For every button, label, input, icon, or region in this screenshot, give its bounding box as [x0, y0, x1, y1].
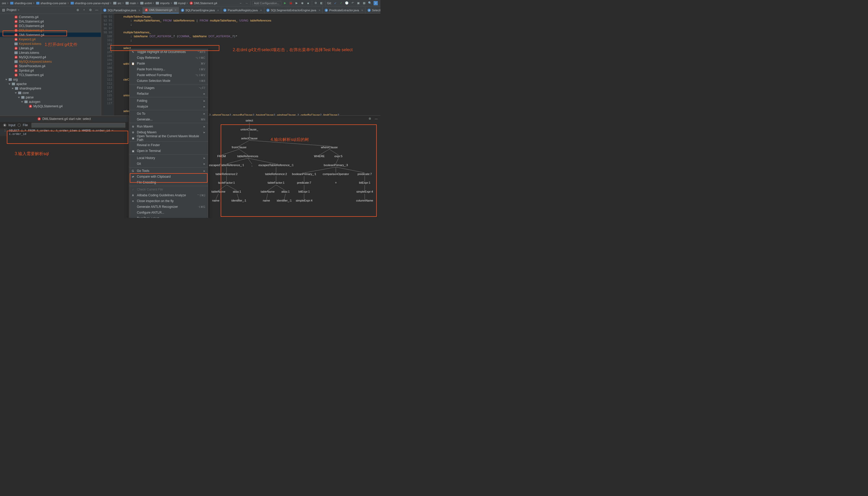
context-menu-item[interactable]: 📋Paste⌘V	[130, 61, 208, 66]
context-menu-item[interactable]: Paste without Formatting⌥⇧⌘V	[130, 72, 208, 78]
context-menu-item[interactable]: Refactor▸	[130, 91, 208, 96]
sql-input-area[interactable]: 1 SELECT i.* FROM t_order o, t_order_ite…	[0, 128, 129, 136]
context-menu-item[interactable]: Git▸	[130, 161, 208, 167]
editor-tab[interactable]: JSelectItemsExtractor.java×	[365, 7, 380, 13]
tree-item[interactable]: shardingsphere	[0, 86, 101, 91]
tree-item[interactable]: Literals.tokens	[0, 50, 101, 55]
tree-item[interactable]: ADDLStatement.g4	[0, 28, 101, 33]
breadcrumb-item[interactable]: ore	[1, 2, 7, 5]
editor-tab[interactable]: JParseRuleRegistry.java×	[221, 7, 264, 13]
context-menu-item[interactable]: ⚙Run Maven▸	[130, 124, 208, 129]
input-radio[interactable]	[3, 124, 6, 127]
breadcrumb-item[interactable]: antlr4	[139, 2, 153, 5]
git-update-button[interactable]: ↙	[333, 1, 337, 5]
context-menu-item[interactable]: Copy Reference⌥⇧⌘C	[130, 55, 208, 61]
search-everywhere-button[interactable]: 🔍	[368, 1, 372, 5]
context-menu-item[interactable]: Find Usages⌥F7	[130, 85, 208, 91]
context-menu-item[interactable]: Configure ANTLR...	[130, 210, 208, 215]
context-menu-item[interactable]: Go To▸	[130, 111, 208, 117]
git-revert-button[interactable]: ↶	[350, 1, 355, 5]
context-menu-item[interactable]: Paste from History...⇧⌘V	[130, 66, 208, 72]
menu-item-icon: 📋	[131, 62, 135, 65]
toolbar-icon[interactable]: ▦	[362, 1, 366, 5]
context-menu-item[interactable]: Generate ANTLR Recognizer⇧⌘G	[130, 204, 208, 210]
tree-item[interactable]: ADALStatement.g4	[0, 19, 101, 24]
tree-item[interactable]: AMySQLStatement.g4	[0, 104, 101, 108]
profile-button[interactable]: ◉	[300, 1, 304, 5]
collapse-button[interactable]: ÷	[82, 8, 86, 12]
context-menu-item[interactable]: Column Selection Mode⇧⌘8	[130, 78, 208, 84]
editor-tab[interactable]: ADMLStatement.g4×	[143, 7, 179, 13]
tree-item[interactable]: ATCLStatement.g4	[0, 73, 101, 77]
file-radio[interactable]	[18, 124, 21, 127]
toolbar-icon[interactable]: ▣	[356, 1, 360, 5]
editor-tab[interactable]: JSQLParseEngine.java×	[101, 7, 143, 13]
tree-item[interactable]: org	[0, 77, 101, 82]
breadcrumb-item[interactable]: src	[113, 2, 122, 5]
tree-item[interactable]: ALiterals.g4	[0, 46, 101, 50]
editor-tab[interactable]: JSQLSegmentsExtractorEngine.java×	[264, 7, 323, 13]
context-menu-item[interactable]: File Encoding	[130, 180, 208, 185]
tree-item[interactable]: autogen	[0, 99, 101, 104]
back-button[interactable]: ←	[239, 1, 243, 5]
tree-item[interactable]: core	[0, 91, 101, 95]
tree-item[interactable]: ADMLStatement.g4	[0, 33, 101, 37]
context-menu-item[interactable]: ▣Open Terminal at the Current Maven Modu…	[130, 135, 208, 141]
close-tab-button[interactable]: ×	[319, 9, 320, 12]
tree-item[interactable]: ASymbol.g4	[0, 68, 101, 73]
run-configuration-dropdown[interactable]: Add Configuration...	[252, 1, 281, 5]
settings-button[interactable]: ⚙	[88, 8, 92, 12]
close-tab-button[interactable]: ×	[260, 9, 261, 12]
context-menu-item[interactable]: ✎Toggle Highlight of All Occurrences⌃⌘F3	[130, 49, 208, 55]
context-menu-item[interactable]: Generate...⌘N	[130, 117, 208, 122]
tree-item[interactable]: AStoreProcedure.g4	[0, 64, 101, 68]
tree-item[interactable]: apache	[0, 82, 101, 86]
breadcrumb-item[interactable]: sharding-core-parse-mysql	[70, 2, 110, 5]
toolbar-icon[interactable]: ◧	[319, 1, 324, 5]
context-menu-item[interactable]: Analyze▸	[130, 104, 208, 109]
breadcrumb-item[interactable]: mysql	[173, 2, 186, 5]
close-tab-button[interactable]: ×	[217, 9, 219, 12]
breadcrumb-item[interactable]: ADMLStatement.g4	[189, 2, 218, 5]
stop-button[interactable]: ■	[306, 1, 310, 5]
toolbar-icon[interactable]: ⚙	[314, 1, 318, 5]
context-menu-item[interactable]: Local History▸	[130, 155, 208, 161]
file-path-input[interactable]	[31, 123, 125, 127]
context-menu-item[interactable]: Folding▸	[130, 98, 208, 104]
breadcrumb-item[interactable]: imports	[155, 2, 170, 5]
context-menu[interactable]: ✎Toggle Highlight of All Occurrences⌃⌘F3…	[129, 49, 208, 218]
forward-button[interactable]: →	[244, 1, 249, 5]
toolbar-icon[interactable]: J	[374, 1, 378, 5]
locate-button[interactable]: ⊕	[76, 8, 80, 12]
context-menu-item[interactable]: AAlibaba Coding Guidelines Analyze⌃⇧⌘J	[130, 192, 208, 198]
git-history-button[interactable]: 🕐	[345, 1, 349, 5]
close-tab-button[interactable]: ×	[175, 9, 176, 12]
tree-item[interactable]: Keyword.tokens	[0, 42, 101, 46]
debug-button[interactable]: 🐞	[289, 1, 293, 5]
tree-item[interactable]: parse	[0, 95, 101, 99]
git-commit-button[interactable]: ✓	[339, 1, 343, 5]
editor-tab[interactable]: JSQLParserEngine.java×	[179, 7, 221, 13]
sql-text[interactable]: SELECT i.* FROM t_order o, t_order_item …	[8, 128, 129, 136]
breadcrumb-item[interactable]: sharding-core	[10, 2, 33, 5]
close-tab-button[interactable]: ×	[361, 9, 363, 12]
editor-tab[interactable]: JPredicateExtractor.java×	[323, 7, 365, 13]
close-tab-button[interactable]: ×	[138, 9, 140, 12]
context-menu-item[interactable]: Reveal in Finder	[130, 142, 208, 148]
context-menu-item[interactable]: ✕Close inspection on the fly	[130, 198, 208, 204]
tree-item[interactable]: AMySQLKeyword.g4	[0, 55, 101, 59]
tree-item[interactable]: MySQLKeyword.tokens	[0, 59, 101, 64]
context-menu-item[interactable]: Test Rule select	[130, 215, 208, 218]
tree-item[interactable]: AComments.g4	[0, 15, 101, 19]
breadcrumb-item[interactable]: sharding-core-parse	[35, 2, 67, 5]
context-menu-item[interactable]: GGo Tools▸	[130, 168, 208, 174]
context-menu-item[interactable]: ▣Open in Terminal	[130, 148, 208, 154]
project-title[interactable]: Project	[6, 8, 16, 12]
context-menu-item[interactable]: ⇄Compare with Clipboard	[130, 174, 208, 180]
run-button[interactable]: ▶	[283, 1, 287, 5]
breadcrumb-item[interactable]: main	[125, 2, 137, 5]
coverage-button[interactable]: ▶	[295, 1, 299, 5]
tree-item[interactable]: AKeyword.g4	[0, 37, 101, 42]
hide-button[interactable]: —	[94, 8, 99, 12]
tree-item[interactable]: ADCLStatement.g4	[0, 24, 101, 28]
